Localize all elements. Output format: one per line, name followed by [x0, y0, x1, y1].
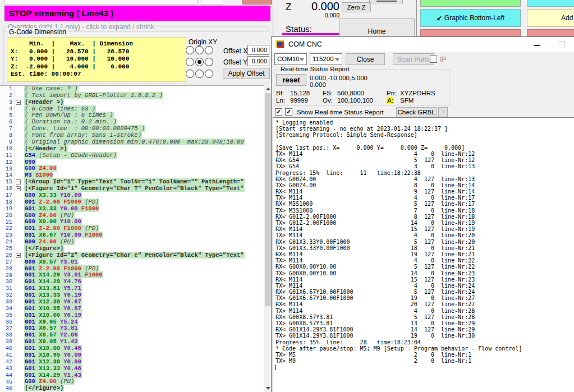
line-number: 13 [0, 166, 14, 173]
fold-toggle-icon[interactable] [16, 186, 21, 191]
com-port-select[interactable]: COM10 [274, 53, 307, 65]
show-report-label: Show Real-time Status Report [297, 109, 384, 116]
line-number: 17 [0, 192, 14, 199]
fold-margin [14, 326, 22, 333]
origin-radio[interactable] [205, 58, 213, 66]
line-number: 35 [0, 312, 14, 319]
line-number: 8 [0, 132, 14, 139]
ip-checkbox[interactable] [430, 56, 437, 63]
buffer-row: Bf: 15,128 FS: 500,8000 Pn: XYZPDHRS [276, 90, 284, 96]
line-number: 38 [0, 332, 14, 339]
gcode-line[interactable]: 46(</Figure>) [0, 385, 272, 392]
line-number: 3 [0, 99, 14, 106]
show-report-checkbox-2[interactable]: ✓ [285, 108, 292, 116]
fold-margin [14, 199, 22, 206]
line-number: 43 [0, 366, 14, 372]
fold-margin [14, 299, 22, 306]
status-label: Status: [286, 24, 312, 34]
zero-z-button[interactable]: Zero Z [342, 2, 371, 12]
show-report-checkbox-1[interactable]: ✓ [275, 108, 282, 116]
fold-margin [14, 153, 22, 159]
close-port-button[interactable]: Close [346, 53, 385, 65]
line-number: 30 [0, 279, 14, 285]
line-number: 5 [0, 113, 14, 119]
fold-margin [14, 266, 22, 273]
text-cursor [275, 365, 276, 370]
editor-scrollbar[interactable] [264, 85, 271, 392]
ov-value: 100,100,100 [337, 97, 373, 104]
line-number: 33 [0, 299, 14, 306]
partial-cyan-button[interactable] [527, 0, 574, 7]
accessory-flag-label: A: [387, 97, 394, 104]
fold-margin [14, 385, 22, 392]
fold-margin [14, 93, 22, 99]
line-number: 41 [0, 352, 14, 359]
fold-margin [14, 132, 22, 139]
line-number: 23 [0, 232, 14, 239]
line-number: 25 [0, 246, 14, 252]
origin-radio[interactable] [195, 58, 204, 66]
partial-green-button[interactable] [420, 0, 521, 7]
baud-rate-select[interactable]: 115200 [310, 53, 342, 65]
line-number: 18 [0, 199, 14, 206]
offset-x-input[interactable] [247, 45, 269, 55]
window-titlebar[interactable]: COM CNC [272, 37, 574, 52]
partial-toolbar-button[interactable] [4, 0, 198, 4]
origin-radio[interactable] [186, 46, 194, 54]
origin-radio[interactable] [186, 70, 194, 78]
add-button[interactable]: Add [527, 9, 574, 27]
partial-button-above[interactable] [369, 0, 403, 3]
fold-toggle-icon[interactable] [16, 179, 21, 185]
reset-button[interactable]: reset [276, 74, 306, 86]
origin-radio[interactable] [195, 70, 204, 78]
line-number: 10 [0, 146, 14, 153]
check-grbl-button[interactable]: Check GRBL [396, 107, 437, 117]
baud-rate-value: 115200 [313, 56, 334, 62]
line-number: 29 [0, 273, 14, 279]
accessory-flag-value: SFM [400, 97, 414, 104]
stop-streaming-button[interactable]: STOP streaming ( Line43 ) [4, 6, 270, 21]
origin-radio[interactable] [205, 70, 213, 78]
fold-toggle-icon[interactable] [16, 253, 21, 258]
fold-toggle-icon[interactable] [16, 100, 21, 105]
line-number: 40 [0, 345, 14, 352]
fold-margin [14, 279, 22, 285]
fold-margin [14, 239, 22, 246]
fs-value: 500,8000 [337, 90, 364, 96]
origin-radio[interactable] [186, 58, 194, 66]
partial-red-button[interactable] [242, 0, 272, 4]
scan-ports-button[interactable]: Scan Ports [393, 53, 434, 65]
line-number: 11 [0, 153, 14, 159]
help-button[interactable]: ? [438, 107, 448, 117]
line-number: 39 [0, 339, 14, 345]
line-number: 36 [0, 319, 14, 326]
maximize-button[interactable] [549, 37, 574, 52]
fold-margin [14, 339, 22, 345]
bf-value: 15,128 [290, 90, 310, 96]
minimize-button[interactable] [524, 37, 549, 52]
minimize-icon [534, 45, 540, 46]
z-axis-label: Z [286, 2, 291, 13]
fold-margin [14, 285, 22, 292]
origin-radio[interactable] [195, 46, 204, 54]
fold-margin [14, 306, 22, 312]
offset-y-input[interactable] [247, 56, 269, 66]
fold-margin [14, 146, 22, 153]
scrollbar-thumb[interactable] [265, 93, 271, 306]
offset-x-label: Offset X [223, 47, 247, 55]
gcode-line[interactable]: 11G54 (Setup - GCode-Header) [0, 153, 272, 159]
graphic-bottom-left-label: Graphic Bottom-Left [444, 14, 504, 22]
line-number: 7 [0, 126, 14, 132]
origin-radio[interactable] [205, 46, 213, 54]
z-axis-secondary-value: 0.000 [296, 12, 339, 19]
graphic-bottom-left-button[interactable]: ↙ Graphic Bottom-Left [420, 9, 521, 27]
pn-value: XYZPDHRS [400, 90, 435, 96]
gcode-editor[interactable]: 1( Use case: ? )2( Text import by GRBL-P… [0, 85, 272, 392]
line-number: 27 [0, 259, 14, 266]
partial-toolbar-button[interactable] [201, 0, 223, 4]
offset-y-label: Offset Y [223, 58, 247, 66]
fold-margin [14, 366, 22, 372]
apply-offset-button[interactable]: Apply Offset [223, 68, 270, 79]
fold-margin [14, 206, 22, 213]
terminal-log[interactable]: * Logging enabled [Start streaming - no … [273, 117, 574, 392]
